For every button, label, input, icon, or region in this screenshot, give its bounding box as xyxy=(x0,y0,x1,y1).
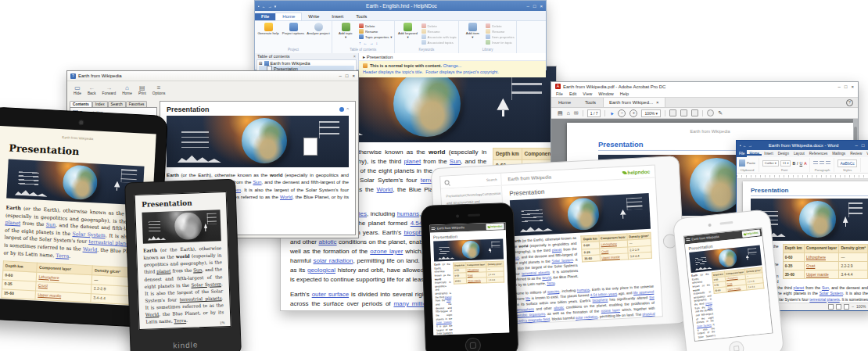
save-icon[interactable]: ▪ xyxy=(258,4,260,9)
ribbon-tab[interactable]: References xyxy=(807,152,830,156)
delete-topic-button[interactable]: Delete xyxy=(359,23,393,28)
zoom-out-icon[interactable]: − xyxy=(618,109,626,117)
menu-item[interactable]: Edit xyxy=(569,91,576,96)
web-layout-icon[interactable] xyxy=(844,304,849,310)
link[interactable]: Crust xyxy=(601,249,609,253)
ribbon-tab[interactable]: File xyxy=(255,13,275,20)
link[interactable]: terrestrial planets xyxy=(522,270,550,275)
rotate-icon[interactable] xyxy=(691,109,698,116)
change-link[interactable]: Change... xyxy=(443,63,462,68)
link[interactable]: World xyxy=(280,194,292,199)
link[interactable]: Crust xyxy=(726,282,732,286)
zoom-level[interactable]: 100% ▾ xyxy=(641,109,661,117)
chm-toolbar-button[interactable]: Hide xyxy=(74,84,81,95)
menu-item[interactable]: Help xyxy=(620,91,629,96)
move-topic-arrows[interactable]: ↑←→↓ xyxy=(359,40,393,45)
link[interactable]: Solar System xyxy=(191,281,221,287)
link[interactable]: humans xyxy=(577,288,590,292)
link[interactable]: Earth's magnetic field xyxy=(516,317,550,322)
ribbon-tab[interactable]: Home xyxy=(275,13,302,20)
font-size-select[interactable]: 11 ▾ xyxy=(780,160,791,167)
chm-toolbar-button[interactable]: Forward xyxy=(102,84,117,95)
align-left-icon[interactable] xyxy=(813,161,818,166)
zoom-in-icon[interactable]: + xyxy=(629,109,637,117)
ribbon-tab[interactable]: Mailings xyxy=(830,152,848,156)
chm-tab[interactable]: Search xyxy=(108,101,126,107)
link[interactable]: abiotic xyxy=(554,305,564,310)
help-circle-icon[interactable]: ? xyxy=(846,99,853,106)
email-icon[interactable]: ✉ xyxy=(574,110,579,116)
move-down-icon[interactable]: ↓ xyxy=(376,41,378,45)
close-button[interactable]: × xyxy=(540,4,543,9)
link[interactable]: Lithosphere xyxy=(601,242,617,247)
tab-home[interactable]: Home xyxy=(551,98,578,107)
link[interactable]: Upper mantle xyxy=(468,278,481,282)
align-center-icon[interactable] xyxy=(820,161,824,166)
chm-tab[interactable]: Contents xyxy=(70,101,92,107)
link[interactable]: geological xyxy=(578,320,594,324)
link[interactable]: Solar System xyxy=(820,291,843,295)
document-tab[interactable]: Earth from Wikiped...× xyxy=(603,98,665,107)
add-topic-button[interactable]: Add topic▾ xyxy=(334,22,357,47)
insert-in-topic-button[interactable]: Insert in topic xyxy=(486,40,515,45)
font-color-button[interactable]: A xyxy=(804,161,806,166)
ribbon-tab[interactable]: Layout xyxy=(791,152,807,156)
link[interactable]: Sun xyxy=(193,268,202,273)
minimize-button[interactable]: – xyxy=(527,4,529,9)
paste-button[interactable]: Paste xyxy=(747,161,755,165)
link[interactable]: planet xyxy=(404,158,421,165)
item-properties-button[interactable]: Item properties xyxy=(486,34,515,39)
zoom-level[interactable]: 100% xyxy=(856,305,866,309)
menu-icon[interactable] xyxy=(432,227,436,230)
ribbon-tab[interactable]: File xyxy=(737,150,747,157)
undo-icon[interactable]: ← xyxy=(262,4,266,9)
link[interactable]: terrestrial planets xyxy=(180,295,222,302)
scroll-up-icon[interactable]: ^ xyxy=(346,107,349,112)
quick-access-toolbar[interactable]: ▪←→ xyxy=(740,143,752,148)
align-right-icon[interactable] xyxy=(826,161,830,166)
associated-topics-button[interactable]: Associated topics xyxy=(421,40,457,45)
link[interactable]: geological xyxy=(307,267,335,274)
minimize-button[interactable]: – xyxy=(855,143,858,148)
link[interactable]: Terra xyxy=(174,318,186,324)
ribbon-tab[interactable]: Review xyxy=(848,152,864,156)
undo-icon[interactable]: ← xyxy=(743,143,747,148)
link[interactable]: solar radiation xyxy=(314,257,353,264)
zoom-out-icon[interactable]: – xyxy=(852,305,854,309)
rename-item-button[interactable]: Rename xyxy=(486,29,515,34)
link[interactable]: solar radiation xyxy=(576,314,598,319)
home-button[interactable] xyxy=(464,338,481,351)
link[interactable]: Sun xyxy=(46,221,56,227)
delete-keyword-button[interactable]: Delete xyxy=(421,23,457,28)
link[interactable]: World xyxy=(145,312,159,317)
menu-item[interactable]: View xyxy=(583,91,592,96)
chm-toolbar-button[interactable]: Home xyxy=(122,84,132,95)
page-indicator[interactable]: 1 / 7 xyxy=(587,109,601,117)
rename-keyword-button[interactable]: Rename xyxy=(421,29,457,34)
link[interactable]: World xyxy=(377,186,393,193)
link[interactable]: planet xyxy=(445,295,452,299)
ribbon-tab[interactable]: Insert xyxy=(762,152,776,156)
link[interactable]: Solar System xyxy=(73,231,106,238)
comment-icon[interactable] xyxy=(707,109,714,116)
link[interactable]: Crust xyxy=(468,274,473,277)
link[interactable]: World xyxy=(542,275,551,280)
ribbon-tab[interactable]: Design xyxy=(776,152,791,156)
sign-icon[interactable]: ✎ xyxy=(718,110,723,116)
tab-tools[interactable]: Tools xyxy=(578,98,603,107)
paste-icon[interactable] xyxy=(739,159,745,167)
font-name-select[interactable]: Calibri ▾ xyxy=(762,160,779,167)
link[interactable]: Terra xyxy=(56,253,69,259)
link[interactable]: Upper mantle xyxy=(601,255,620,260)
link[interactable]: Upper mantle xyxy=(806,273,829,277)
redo-icon[interactable]: → xyxy=(268,4,272,9)
save-icon[interactable]: ▤ xyxy=(558,110,563,116)
link[interactable]: Crust xyxy=(806,264,815,268)
menu-icon[interactable] xyxy=(686,238,690,242)
generate-help-button[interactable]: Generate help xyxy=(256,22,280,47)
project-options-button[interactable]: Project options xyxy=(282,22,305,47)
print-layout-icon[interactable] xyxy=(836,304,841,310)
ribbon-tab[interactable]: Insert xyxy=(325,13,350,20)
ribbon-tab[interactable]: Write xyxy=(302,13,325,20)
link[interactable]: planet xyxy=(156,269,170,274)
